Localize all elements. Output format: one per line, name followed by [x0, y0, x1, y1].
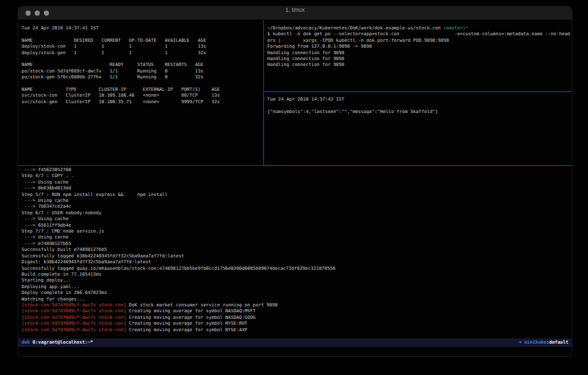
status-left: dok 0:vagrant@localhost:~*: [22, 338, 93, 347]
close-button[interactable]: [25, 10, 31, 16]
pane-service-response[interactable]: Tue 24 Apr 2018 14:37:42 IST{"numsymbols…: [265, 92, 572, 165]
pane-divider-horizontal-left-bottom: [18, 165, 263, 166]
pane-port-forward[interactable]: ~/Dropbox/advocacy/Kubernetes/DoK/work/d…: [265, 20, 572, 91]
tmux-session-name: dok: [22, 340, 30, 345]
pane-kubectl-resources[interactable]: Tue 24 Apr 2018 14:37:41 ISTNAME DESIRED…: [18, 20, 263, 165]
terminal-window: 1. tmux Tue 24 Apr 2018 14:37:41 ISTNAME…: [18, 7, 572, 356]
tmux-window-label[interactable]: 0:vagrant@localhost:~*: [30, 340, 93, 345]
status-right: ⎈ minikube:default: [519, 338, 568, 347]
pane-divider-horizontal-right-bottom: [263, 165, 572, 166]
terminal-content: Tue 24 Apr 2018 14:37:41 ISTNAME DESIRED…: [18, 20, 572, 356]
maximize-button[interactable]: [44, 10, 49, 16]
traffic-lights: [25, 10, 49, 16]
pane-divider-vertical-bottom: [263, 92, 264, 165]
window-titlebar: 1. tmux: [18, 7, 572, 20]
kube-context: minikube: [525, 340, 547, 345]
pane-divider-horizontal-right: [264, 91, 572, 92]
tmux-status-bar: dok 0:vagrant@localhost:~* ⎈ minikube:de…: [18, 338, 572, 347]
minimize-button[interactable]: [35, 10, 40, 16]
screenshot-canvas: 1. tmux Tue 24 Apr 2018 14:37:41 ISTNAME…: [0, 0, 588, 375]
pane-divider-vertical-top: [263, 20, 264, 92]
kube-helm-icon: ⎈: [519, 340, 524, 345]
window-title: 1. tmux: [18, 7, 572, 13]
pane-skaffold-build-log[interactable]: ---> f45623052760Step 4/7 : COPY . . ---…: [18, 166, 572, 338]
kube-namespace: :default: [546, 340, 568, 345]
